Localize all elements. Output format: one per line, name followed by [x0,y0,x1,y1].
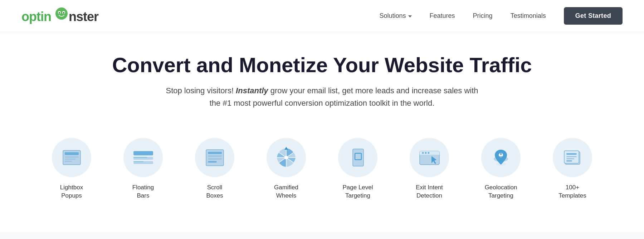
scroll-boxes-icon-circle [195,138,234,177]
svg-rect-21 [208,161,217,163]
nav-solutions[interactable]: Solutions [379,12,411,20]
gamified-wheels-icon [275,146,298,169]
gamified-wheels-label: GamifiedWheels [274,184,298,200]
svg-rect-8 [65,152,79,155]
svg-rect-12 [133,151,153,155]
svg-rect-16 [133,161,143,162]
feature-exit-intent-detection[interactable]: Exit IntentDetection [394,134,465,204]
feature-scroll-boxes[interactable]: ScrollBoxes [179,134,250,204]
svg-point-38 [422,152,424,154]
nav-pricing[interactable]: Pricing [473,12,493,20]
geolocation-targeting-label: GeolocationTargeting [485,184,517,200]
hero-subtitle: Stop losing visitors! Instantly grow you… [161,84,483,109]
exit-intent-detection-icon [418,146,441,169]
100-templates-label: 100+Templates [558,184,586,200]
scroll-boxes-label: ScrollBoxes [206,184,223,200]
page-level-targeting-label: Page LevelTargeting [342,184,373,200]
gamified-wheels-icon-circle [267,138,306,177]
solutions-chevron-icon [408,15,412,18]
svg-marker-32 [284,147,288,150]
nav-testimonials[interactable]: Testimonials [511,12,546,20]
lightbox-popups-icon-circle [52,138,91,177]
feature-floating-bars[interactable]: FloatingBars [107,134,179,204]
page-level-targeting-icon-circle [338,138,377,177]
100-templates-icon-circle [553,138,592,177]
100-templates-icon [561,146,584,169]
svg-rect-51 [566,160,572,161]
svg-rect-20 [208,158,222,160]
feature-page-level-targeting[interactable]: Page LevelTargeting [322,134,394,204]
svg-rect-11 [65,161,72,162]
header: optin nster Solutions [0,0,644,32]
svg-point-40 [428,152,429,154]
floating-bars-icon-circle [123,138,163,177]
hero-title: Convert and Monetize Your Website Traffi… [7,54,637,76]
nav-features[interactable]: Features [430,12,455,20]
svg-rect-10 [65,159,75,160]
svg-rect-9 [65,156,79,158]
feature-lightbox-popups[interactable]: LightboxPopups [36,134,107,204]
exit-intent-detection-icon-circle [410,138,449,177]
svg-rect-50 [566,158,574,159]
svg-point-39 [425,152,426,154]
lightbox-popups-icon [60,146,83,169]
feature-geolocation-targeting[interactable]: GeolocationTargeting [465,134,537,204]
logo-monster: nster [51,9,98,24]
svg-rect-33 [353,149,364,166]
svg-rect-49 [566,156,577,157]
svg-rect-15 [133,157,147,158]
lightbox-popups-label: LightboxPopups [60,184,83,200]
svg-point-3 [59,12,60,14]
svg-rect-18 [208,152,222,154]
logo-optin: optin [21,9,51,24]
feature-100-templates[interactable]: 100+Templates [537,134,608,204]
features-row: LightboxPopups FloatingBars [7,127,637,221]
scroll-boxes-icon [203,146,226,169]
svg-point-0 [55,8,68,20]
floating-bars-label: FloatingBars [132,184,154,200]
get-started-button[interactable]: Get Started [564,7,623,25]
svg-point-6 [59,8,61,10]
svg-rect-48 [566,153,577,155]
exit-intent-detection-label: Exit IntentDetection [416,184,443,200]
geolocation-targeting-icon [489,146,513,169]
geolocation-targeting-icon-circle [481,138,521,177]
feature-gamified-wheels[interactable]: GamifiedWheels [250,134,322,204]
hero-section: Convert and Monetize Your Website Traffi… [0,32,644,232]
page-level-targeting-icon [346,146,370,169]
main-nav: Solutions Features Pricing Testimonials … [379,7,623,25]
svg-rect-19 [208,155,222,157]
svg-point-4 [63,12,64,14]
logo-monster-icon [55,7,68,20]
floating-bars-icon [132,146,155,169]
logo[interactable]: optin nster [21,8,98,24]
svg-point-45 [500,153,502,155]
